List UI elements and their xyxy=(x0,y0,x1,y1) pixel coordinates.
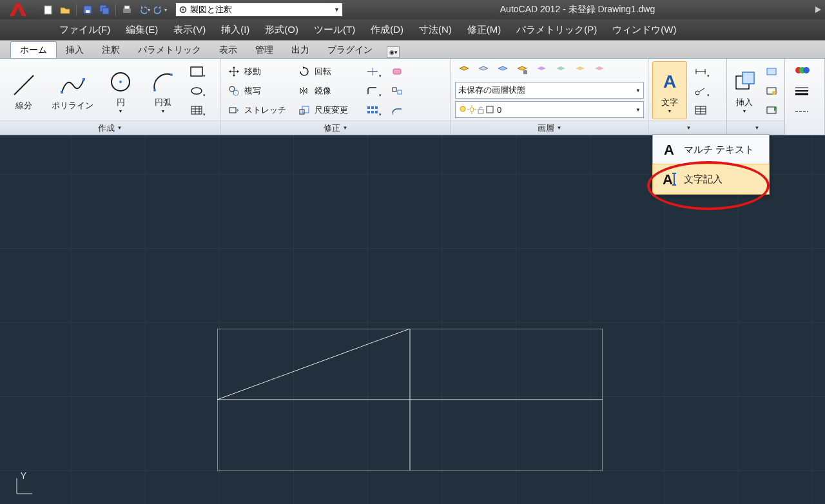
layer-iso-icon[interactable] xyxy=(532,61,550,79)
circle-button[interactable]: 円 ▼ xyxy=(101,61,141,119)
line-button[interactable]: 線分 xyxy=(4,61,44,119)
leader-icon-button[interactable]: ▾ xyxy=(690,82,712,100)
layer-props-icon[interactable] xyxy=(455,61,473,79)
qat-redo-icon[interactable]: ▾ xyxy=(153,3,168,17)
arc-icon xyxy=(150,67,176,97)
layer-state-dropdown[interactable]: 未保存の画層状態 ▼ xyxy=(455,82,644,99)
trim-icon-button[interactable]: ▾ xyxy=(362,63,383,81)
tab-parametric[interactable]: パラメトリック xyxy=(129,42,210,59)
layer-prev-icon[interactable] xyxy=(571,61,589,79)
table-icon-button[interactable] xyxy=(690,101,712,119)
move-button[interactable]: 移動 xyxy=(224,63,292,81)
menu-window[interactable]: ウィンドウ(W) xyxy=(605,21,684,39)
arc-button[interactable]: 円弧 ▼ xyxy=(143,61,183,119)
panel-block-title[interactable]: ▼ xyxy=(727,121,784,135)
text-button[interactable]: A 文字 ▼ xyxy=(652,61,687,119)
menu-edit[interactable]: 編集(E) xyxy=(118,21,166,39)
text-icon: A xyxy=(657,67,683,97)
qat-open-icon[interactable] xyxy=(58,3,72,17)
tab-home[interactable]: ホーム xyxy=(10,41,57,59)
polyline-icon xyxy=(59,70,85,100)
qat-saveas-icon[interactable] xyxy=(97,3,112,17)
insert-button[interactable]: 挿入 ▼ xyxy=(731,61,758,119)
ellipse-icon-button[interactable]: ▾ xyxy=(186,82,208,100)
block-attr-icon[interactable] xyxy=(761,101,782,119)
menu-param[interactable]: パラメトリック(P) xyxy=(509,21,605,39)
layer-walk-icon[interactable] xyxy=(590,61,608,79)
ribbon-tab-strip: ホーム 挿入 注釈 パラメトリック 表示 管理 出力 プラグイン ◉▾ xyxy=(0,40,825,58)
color-icon-button[interactable] xyxy=(789,61,815,79)
rotate-icon xyxy=(298,65,311,78)
dropdown-item-dtext[interactable]: A 文字記入 xyxy=(653,164,769,194)
tab-manage[interactable]: 管理 xyxy=(246,42,282,59)
qat-save-icon[interactable] xyxy=(81,3,95,17)
menu-tools[interactable]: ツール(T) xyxy=(306,21,363,39)
layer-current-dropdown[interactable]: 0 ▼ xyxy=(455,101,644,118)
svg-line-9 xyxy=(14,75,34,95)
svg-rect-4 xyxy=(102,8,109,14)
menu-dim[interactable]: 寸法(N) xyxy=(411,21,460,39)
array-icon-button[interactable]: ▾ xyxy=(362,101,383,119)
copy-button[interactable]: 複写 xyxy=(224,82,292,100)
scale-button[interactable]: 尺度変更 xyxy=(295,101,359,119)
panel-layers-title[interactable]: 画層▼ xyxy=(451,121,648,135)
tab-insert[interactable]: 挿入 xyxy=(57,42,93,59)
svg-rect-48 xyxy=(478,110,483,113)
panel-draw-title[interactable]: 作成▼ xyxy=(0,121,220,135)
block-create-icon[interactable] xyxy=(761,63,782,81)
svg-point-15 xyxy=(170,73,173,76)
title-help-icon[interactable] xyxy=(812,4,824,15)
ribbon-focus-icon[interactable]: ◉▾ xyxy=(387,46,400,58)
mtext-icon: A xyxy=(659,140,679,159)
mirror-button[interactable]: 鏡像 xyxy=(295,82,359,100)
menu-insert[interactable]: 挿入(I) xyxy=(213,21,257,39)
svg-point-14 xyxy=(153,89,156,92)
panel-modify-title[interactable]: 修正▼ xyxy=(220,121,451,135)
svg-rect-2 xyxy=(86,10,90,13)
scale-icon xyxy=(298,104,311,117)
dimension-icon-button[interactable]: ▾ xyxy=(690,63,712,81)
menu-format[interactable]: 形式(O) xyxy=(257,21,306,39)
menu-modify[interactable]: 修正(M) xyxy=(460,21,509,39)
panel-annot-title[interactable]: ▼ xyxy=(648,121,726,135)
rectangle-icon-button[interactable]: ▾ xyxy=(186,63,208,81)
tab-annotate[interactable]: 注釈 xyxy=(93,42,129,59)
polyline-button[interactable]: ポリライン xyxy=(46,61,98,119)
layer-freeze-icon[interactable] xyxy=(494,61,512,79)
app-menu-button[interactable] xyxy=(0,0,37,19)
workspace-dropdown[interactable]: 製図と注釈 ▼ xyxy=(175,3,343,17)
lineweight-icon-button[interactable] xyxy=(789,82,815,100)
text-label: 文字 xyxy=(661,98,678,107)
qat-print-icon[interactable] xyxy=(120,3,134,17)
svg-rect-6 xyxy=(124,6,130,9)
hatch-icon-button[interactable]: ▾ xyxy=(186,101,208,119)
qat-new-icon[interactable] xyxy=(41,3,55,17)
dropdown-item-mtext[interactable]: A マルチ テキスト xyxy=(653,135,769,164)
layer-lock-icon[interactable] xyxy=(513,61,531,79)
tab-view[interactable]: 表示 xyxy=(210,42,246,59)
svg-point-42 xyxy=(460,106,465,111)
layer-match-icon[interactable] xyxy=(552,61,570,79)
linetype-icon-button[interactable] xyxy=(789,102,815,121)
menu-view[interactable]: 表示(V) xyxy=(166,21,213,39)
qat-undo-icon[interactable]: ▾ xyxy=(137,3,151,17)
svg-rect-61 xyxy=(742,72,754,84)
explode-icon-button[interactable] xyxy=(386,82,408,100)
menu-file[interactable]: ファイル(F) xyxy=(52,21,118,39)
erase-icon-button[interactable] xyxy=(386,63,408,81)
panel-draw: 線分 ポリライン 円 ▼ 円弧 ▼ ▾ ▾ ▾ 作成▼ xyxy=(0,59,220,135)
rotate-button[interactable]: 回転 xyxy=(295,63,359,81)
tab-plugin[interactable]: プラグイン xyxy=(318,42,382,59)
svg-rect-10 xyxy=(61,91,63,93)
tab-output[interactable]: 出力 xyxy=(282,42,318,59)
svg-point-43 xyxy=(470,108,474,111)
dtext-icon: A xyxy=(659,170,679,189)
layer-off-icon[interactable] xyxy=(474,61,492,79)
text-dropdown-menu: A マルチ テキスト A 文字記入 xyxy=(652,134,770,195)
svg-line-81 xyxy=(217,329,410,400)
stretch-button[interactable]: ストレッチ xyxy=(224,101,292,119)
block-edit-icon[interactable] xyxy=(761,82,782,100)
offset-icon-button[interactable] xyxy=(386,101,408,119)
menu-draw[interactable]: 作成(D) xyxy=(363,21,411,39)
fillet-icon-button[interactable]: ▾ xyxy=(362,82,383,100)
